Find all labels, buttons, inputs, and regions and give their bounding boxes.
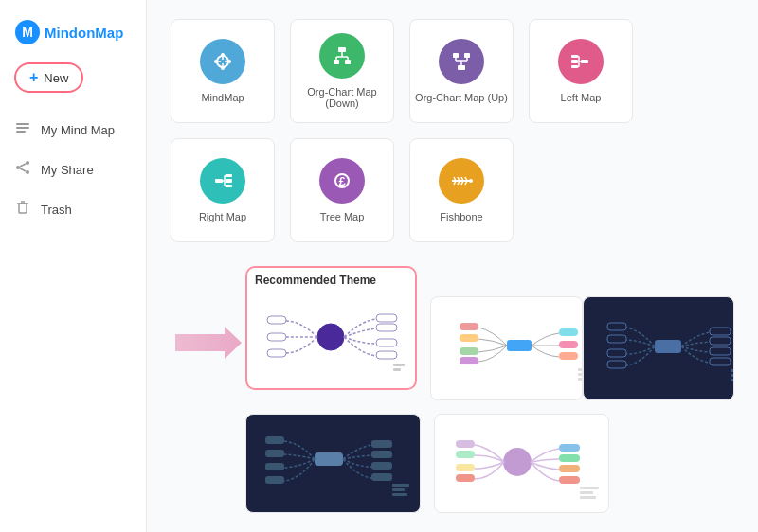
svg-rect-116	[559, 454, 580, 462]
org-up-label: Org-Chart Map (Up)	[415, 92, 508, 103]
map-card-org-down[interactable]: Org-Chart Map (Down)	[290, 19, 394, 123]
sidebar-item-trash[interactable]: Trash	[0, 189, 146, 229]
map-card-fishbone[interactable]: Fishbone	[409, 138, 514, 242]
svg-rect-102	[265, 476, 284, 484]
share-icon	[14, 159, 31, 180]
svg-rect-98	[315, 452, 343, 466]
new-button[interactable]: + New	[14, 62, 83, 93]
svg-rect-4	[16, 131, 26, 133]
svg-rect-103	[371, 440, 392, 448]
svg-rect-23	[334, 60, 339, 64]
sidebar-item-my-mind-map[interactable]: My Mind Map	[0, 110, 146, 150]
svg-rect-92	[710, 337, 731, 345]
svg-rect-81	[559, 341, 578, 348]
org-up-icon-circle	[439, 39, 484, 84]
my-mind-map-label: My Mind Map	[41, 123, 115, 137]
svg-rect-94	[710, 358, 731, 365]
tree-map-label: Tree Map	[320, 211, 365, 222]
svg-rect-93	[710, 347, 731, 355]
map-card-mindmap[interactable]: MindMap	[171, 19, 275, 123]
svg-rect-76	[460, 323, 478, 330]
logo: M MindonMap	[0, 9, 146, 62]
svg-rect-69	[376, 314, 397, 322]
svg-text:M: M	[22, 25, 33, 40]
left-map-label: Left Map	[561, 92, 602, 103]
svg-rect-39	[571, 65, 578, 68]
map-type-grid: MindMap Org-Chart Map (Down)	[171, 19, 734, 242]
new-label: New	[44, 71, 68, 85]
theme-card-dark2[interactable]	[245, 414, 421, 513]
svg-rect-66	[267, 316, 286, 324]
svg-rect-38	[571, 60, 578, 63]
map-card-right-map[interactable]: Right Map	[171, 138, 275, 242]
plus-icon: +	[29, 69, 38, 86]
svg-marker-64	[175, 327, 242, 359]
map-card-tree-map[interactable]: £ Tree Map	[290, 138, 394, 242]
theme-preview-purple-light	[435, 415, 609, 513]
svg-point-6	[16, 166, 20, 169]
fishbone-icon-circle	[439, 158, 484, 204]
svg-rect-105	[371, 462, 392, 470]
my-share-label: My Share	[41, 163, 94, 177]
theme-card-colorful[interactable]	[430, 296, 583, 400]
svg-rect-120	[580, 491, 593, 494]
svg-text:£: £	[338, 174, 346, 188]
org-down-icon	[329, 43, 355, 69]
svg-rect-45	[226, 174, 232, 177]
left-map-icon-circle	[558, 39, 604, 84]
svg-rect-104	[371, 451, 392, 458]
svg-rect-36	[581, 60, 588, 63]
svg-point-17	[227, 60, 231, 63]
theme-preview-dark2	[246, 415, 421, 513]
svg-rect-113	[456, 464, 475, 471]
svg-rect-97	[731, 379, 735, 381]
svg-point-110	[503, 448, 532, 476]
mindmap-icon	[209, 48, 236, 75]
svg-rect-22	[338, 47, 346, 52]
svg-rect-86	[655, 340, 681, 353]
svg-rect-79	[460, 357, 478, 364]
svg-rect-2	[16, 123, 29, 125]
svg-line-9	[20, 168, 26, 171]
svg-rect-99	[265, 436, 284, 444]
recommended-theme-section: Recommended Theme	[171, 266, 734, 513]
svg-rect-83	[578, 368, 583, 371]
pink-arrow-icon	[175, 325, 242, 361]
svg-rect-78	[460, 347, 478, 355]
svg-rect-47	[226, 185, 232, 187]
map-card-org-up[interactable]: Org-Chart Map (Up)	[409, 19, 514, 123]
map-card-left-map[interactable]: Left Map	[529, 19, 633, 123]
right-map-icon	[209, 168, 236, 194]
theme-preview-white	[253, 293, 409, 382]
svg-rect-89	[607, 349, 626, 357]
svg-rect-74	[393, 368, 401, 371]
tree-map-icon-circle: £	[319, 158, 365, 204]
mindmap-icon-circle	[200, 39, 245, 84]
logo-icon: M	[14, 19, 41, 45]
svg-rect-67	[267, 333, 286, 341]
right-map-icon-circle	[200, 158, 245, 204]
svg-rect-73	[393, 364, 405, 366]
theme-card-featured[interactable]	[253, 293, 409, 382]
svg-rect-88	[607, 335, 626, 343]
org-up-icon	[448, 48, 475, 75]
svg-rect-101	[265, 463, 284, 470]
theme-card-purple-light[interactable]	[434, 414, 609, 513]
arrow-container	[171, 325, 242, 361]
sidebar: M MindonMap + New My Mind Map My Share T…	[0, 0, 147, 532]
svg-point-14	[221, 53, 225, 57]
sidebar-item-my-share[interactable]: My Share	[0, 150, 146, 189]
svg-point-5	[26, 161, 29, 165]
svg-point-65	[317, 324, 344, 350]
recommended-title: Recommended Theme	[253, 274, 409, 287]
svg-rect-37	[571, 55, 578, 58]
theme-card-dark[interactable]	[583, 296, 735, 400]
svg-point-15	[221, 66, 225, 70]
right-map-label: Right Map	[199, 211, 246, 222]
svg-rect-121	[580, 496, 596, 499]
svg-rect-44	[215, 179, 223, 183]
svg-rect-114	[456, 474, 475, 482]
org-down-label: Org-Chart Map (Down)	[291, 86, 393, 109]
svg-rect-106	[371, 473, 392, 481]
trash-label: Trash	[41, 203, 72, 217]
